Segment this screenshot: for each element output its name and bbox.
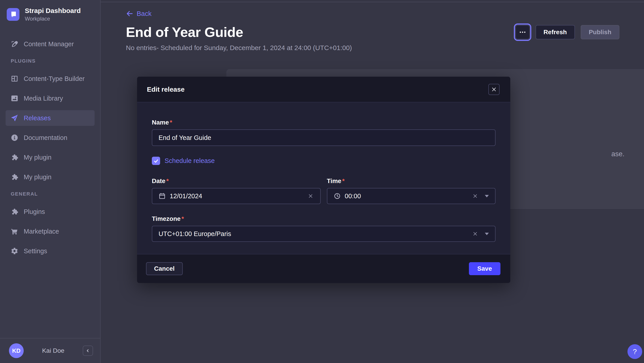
date-field[interactable]: 12/01/2024 [152,188,321,204]
publish-button[interactable]: Publish [581,25,620,39]
time-label: Time* [327,177,496,185]
save-button[interactable]: Save [469,262,500,275]
chevron-left-icon [86,349,90,353]
sidebar-item-label: Settings [24,247,47,255]
modal-close-button[interactable] [488,84,500,95]
question-mark-icon: ? [633,348,637,356]
required-asterisk: * [342,177,344,185]
sidebar: Strapi Dashboard Workplace Content Manag… [0,0,100,363]
time-clear-button[interactable] [472,193,478,199]
layout-icon [11,75,18,82]
sidebar-item-my-plugin-1[interactable]: My plugin [6,150,94,165]
clear-icon [472,231,478,237]
user-name: Kai Doe [24,347,83,354]
empty-state-text-fragment: ase. [611,150,624,158]
sidebar-item-releases[interactable]: Releases [6,110,94,126]
close-icon [491,87,497,92]
sidebar-item-media-library[interactable]: Media Library [6,90,94,106]
sidebar-item-label: Media Library [24,95,63,102]
paper-plane-icon [11,114,18,122]
sidebar-item-content-manager[interactable]: Content Manager [6,36,94,52]
date-field-group: Date* 12/01/2024 [152,177,321,204]
workspace-name: Workplace [25,16,81,22]
sidebar-item-label: Plugins [24,208,45,215]
avatar[interactable]: KD [9,343,24,358]
help-button[interactable]: ? [628,344,642,359]
workspace-switcher[interactable]: Strapi Dashboard Workplace [0,0,100,22]
cart-icon [11,228,18,235]
modal-footer: Cancel Save [137,254,510,283]
arrow-left-icon [126,10,134,17]
sidebar-item-marketplace[interactable]: Marketplace [6,224,94,239]
page-header: Back End of Year Guide Refresh Publish N… [126,10,620,52]
caret-down-icon[interactable] [485,195,489,197]
refresh-button[interactable]: Refresh [536,25,575,39]
page-title: End of Year Guide [126,24,243,40]
schedule-checkbox-label: Schedule release [164,157,215,165]
clear-icon [472,193,478,199]
name-field[interactable]: End of Year Guide [152,129,496,146]
gear-icon [11,247,18,255]
calendar-icon [158,192,166,200]
sidebar-nav: Content Manager PLUGINS Content-Type Bui… [0,36,100,263]
page-subtitle: No entries- Scheduled for Sunday, Decemb… [126,44,620,52]
timezone-label: Timezone* [152,215,496,223]
time-field[interactable]: 00:00 [327,188,496,204]
sidebar-section-general: GENERAL [11,191,100,197]
sidebar-item-settings[interactable]: Settings [6,243,94,259]
sidebar-item-documentation[interactable]: Documentation [6,130,94,145]
timezone-clear-button[interactable] [472,230,478,237]
name-label: Name* [152,119,496,126]
header-actions: Refresh Publish [516,25,620,39]
sidebar-item-label: My plugin [24,154,52,161]
puzzle-icon [11,154,18,161]
sidebar-item-label: Documentation [24,134,67,141]
required-asterisk: * [170,119,172,126]
modal-body: Name* End of Year Guide Schedule release… [137,102,510,254]
date-label: Date* [152,177,321,185]
name-value: End of Year Guide [158,134,211,141]
check-icon [154,158,159,164]
more-actions-button[interactable] [516,25,530,39]
schedule-release-checkbox-row[interactable]: Schedule release [152,157,496,165]
sidebar-item-label: Releases [24,114,51,122]
clear-icon [308,193,314,199]
strapi-logo-icon [7,8,20,21]
sidebar-section-plugins: PLUGINS [11,58,100,64]
schedule-checkbox[interactable] [152,157,160,165]
app-title: Strapi Dashboard [25,7,81,15]
sidebar-item-label: Content-Type Builder [24,75,84,82]
info-circle-icon [11,134,18,141]
back-link[interactable]: Back [126,10,152,17]
image-icon [11,94,18,102]
time-field-group: Time* 00:00 [327,177,496,204]
sidebar-item-my-plugin-2[interactable]: My plugin [6,169,94,185]
puzzle-icon [11,173,18,181]
sidebar-item-label: My plugin [24,173,52,181]
puzzle-icon [11,208,18,215]
ellipsis-icon [519,28,526,36]
modal-title: Edit release [147,86,184,93]
required-asterisk: * [166,177,169,185]
timezone-value: UTC+01:00 Europe/Paris [158,230,231,238]
sidebar-item-content-type-builder[interactable]: Content-Type Builder [6,71,94,86]
modal-header: Edit release [137,77,510,102]
edit-release-modal: Edit release Name* End of Year Guide Sch… [137,77,510,283]
feather-icon [11,40,18,48]
sidebar-item-label: Content Manager [24,40,74,48]
clock-icon [334,192,341,200]
caret-down-icon[interactable] [485,233,489,235]
sidebar-item-label: Marketplace [24,228,59,235]
time-value: 00:00 [345,192,361,200]
date-value: 12/01/2024 [170,192,202,200]
timezone-field[interactable]: UTC+01:00 Europe/Paris [152,226,496,242]
timezone-field-group: Timezone* UTC+01:00 Europe/Paris [152,215,496,242]
back-label: Back [137,10,152,17]
workspace-info: Strapi Dashboard Workplace [25,7,81,22]
cancel-button[interactable]: Cancel [146,262,183,275]
sidebar-item-plugins[interactable]: Plugins [6,204,94,220]
sidebar-collapse-button[interactable] [83,346,93,356]
sidebar-footer: KD Kai Doe [0,338,100,363]
required-asterisk: * [182,215,184,223]
date-clear-button[interactable] [307,193,314,199]
